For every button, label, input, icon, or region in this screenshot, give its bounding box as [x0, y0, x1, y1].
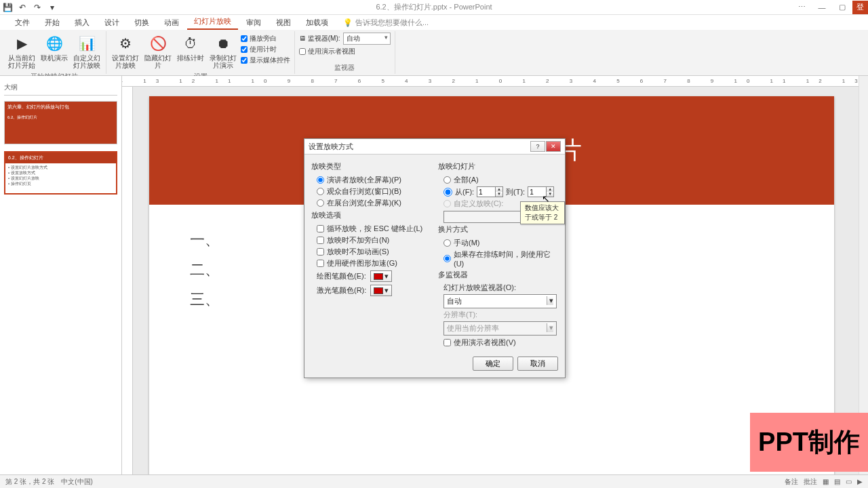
custom-icon: 📊: [77, 34, 96, 53]
tab-view[interactable]: 视图: [269, 16, 298, 30]
signin-button[interactable]: 登: [852, 1, 868, 14]
qat-dropdown-icon[interactable]: ▾: [47, 3, 57, 12]
no-animation-check[interactable]: 放映时不加动画(S): [311, 246, 431, 258]
notes-button[interactable]: 备注: [785, 477, 798, 487]
title-bar: 💾 ↶ ↷ ▾ 6.2、操作幻灯片.pptx - PowerPoint ⋯ — …: [0, 0, 868, 15]
tab-file[interactable]: 文件: [8, 16, 37, 30]
view-sorter-icon[interactable]: ▤: [834, 478, 840, 485]
chevron-down-icon: ▾: [384, 272, 389, 281]
show-type-label: 放映类型: [311, 161, 431, 171]
multi-monitor-label: 多监视器: [438, 270, 558, 280]
tab-transitions[interactable]: 切换: [127, 16, 156, 30]
dialog-titlebar[interactable]: 设置放映方式 ? ✕: [304, 139, 565, 155]
setup-show-dialog: 设置放映方式 ? ✕ 放映类型 演讲者放映(全屏幕)(P) 观众自行浏览(窗口)…: [304, 138, 566, 378]
show-type-presenter[interactable]: 演讲者放映(全屏幕)(P): [311, 174, 431, 186]
ribbon: ▶从当前幻灯片开始 🌐联机演示 📊自定义幻灯片放映 开始放映幻灯片 ⚙设置幻灯片…: [0, 30, 868, 76]
window-buttons: ⋯ — ▢ 登: [791, 1, 868, 14]
hide-icon: 🚫: [149, 34, 167, 53]
play-icon: ▶: [12, 34, 31, 53]
dialog-right-column: 放映幻灯片 全部(A) 从(F): ▲▼ 到(T): ▲▼ 自定义放映(C): …: [438, 160, 558, 348]
tab-home[interactable]: 开始: [38, 16, 66, 30]
show-monitor-label: 幻灯片放映监视器(O):: [438, 283, 558, 293]
ribbon-group-monitors: 🖥 监视器(M):自动 使用演示者视图 监视器: [295, 31, 395, 74]
hide-slide-button[interactable]: 🚫隐藏幻灯片: [143, 33, 173, 70]
dialog-help-button[interactable]: ?: [530, 141, 545, 152]
loop-check[interactable]: 循环放映，按 ESC 键终止(L): [311, 223, 431, 235]
use-presenter-view-check[interactable]: 使用演示者视图(V): [438, 337, 558, 348]
lightbulb-icon: 💡: [343, 18, 353, 27]
watermark: PPT制作: [750, 413, 868, 472]
ok-button[interactable]: 确定: [473, 357, 513, 371]
dialog-title-text: 设置放映方式: [309, 142, 353, 152]
show-slides-label: 放映幻灯片: [438, 161, 558, 171]
redo-icon[interactable]: ↷: [33, 3, 42, 12]
tab-review[interactable]: 审阅: [239, 16, 268, 30]
from-current-button[interactable]: ▶从当前幻灯片开始: [7, 33, 37, 70]
tab-addins[interactable]: 加载项: [299, 16, 335, 30]
present-online-button[interactable]: 🌐联机演示: [39, 33, 69, 63]
ribbon-tabs: 文件 开始 插入 设计 切换 动画 幻灯片放映 审阅 视图 加载项 💡告诉我您想…: [0, 15, 868, 30]
monitor-icon: 🖥: [299, 35, 306, 42]
setup-show-button[interactable]: ⚙设置幻灯片放映: [111, 33, 140, 70]
window-title: 6.2、操作幻灯片.pptx - PowerPoint: [376, 2, 492, 12]
from-spinner[interactable]: ▲▼: [477, 186, 503, 197]
advance-timings-radio[interactable]: 如果存在排练时间，则使用它(U): [438, 249, 558, 268]
ribbon-options-icon[interactable]: ⋯: [791, 1, 812, 14]
clock-icon: ⏱: [181, 34, 200, 53]
laser-color-row: 激光笔颜色(R): ▾: [311, 283, 431, 298]
monitor-combo[interactable]: 自动: [343, 33, 391, 45]
dialog-left-column: 放映类型 演讲者放映(全屏幕)(P) 观众自行浏览(窗口)(B) 在展台浏览(全…: [311, 160, 431, 348]
no-narration-check[interactable]: 放映时不加旁白(N): [311, 235, 431, 246]
advance-label: 换片方式: [438, 224, 558, 235]
comments-button[interactable]: 批注: [804, 477, 817, 487]
view-normal-icon[interactable]: ▦: [823, 478, 829, 485]
language-indicator[interactable]: 中文(中国): [61, 477, 93, 487]
tab-animations[interactable]: 动画: [157, 16, 186, 30]
to-spinner[interactable]: ▲▼: [528, 186, 554, 197]
tab-insert[interactable]: 插入: [68, 16, 96, 30]
outline-tab[interactable]: 大纲: [4, 80, 117, 96]
presenter-view-check[interactable]: 使用演示者视图: [299, 47, 355, 56]
minimize-button[interactable]: —: [812, 1, 832, 14]
dialog-close-button[interactable]: ✕: [546, 141, 561, 152]
chevron-down-icon: ▾: [384, 286, 389, 295]
horizontal-ruler: 16 15 14 13 12 11 10 9 8 7 6 5 4 3 2 1 0…: [122, 76, 868, 87]
rehearse-button[interactable]: ⏱排练计时: [176, 33, 205, 63]
hardware-accel-check[interactable]: 使用硬件图形加速(G): [311, 258, 431, 269]
media-controls-check[interactable]: 显示媒体控件: [241, 56, 290, 65]
vertical-ruler: [122, 87, 133, 474]
from-label: 从(F):: [455, 187, 474, 197]
show-monitor-dropdown[interactable]: 自动: [443, 294, 557, 308]
pen-color-button[interactable]: ▾: [370, 270, 392, 282]
custom-show-button[interactable]: 📊自定义幻灯片放映: [72, 33, 102, 70]
save-icon[interactable]: 💾: [3, 3, 12, 12]
quick-access-toolbar: 💾 ↶ ↷ ▾: [3, 3, 57, 12]
maximize-button[interactable]: ▢: [832, 1, 852, 14]
thumbnail-1[interactable]: 第六章、幻灯片的插放与打包6.2、操作幻灯片: [4, 101, 117, 144]
validation-tooltip: 数值应该大于或等于 2: [520, 201, 565, 224]
show-type-kiosk[interactable]: 在展台浏览(全屏幕)(K): [311, 197, 431, 209]
ribbon-group-setup: ⚙设置幻灯片放映 🚫隐藏幻灯片 ⏱排练计时 ⏺录制幻灯片演示 播放旁白 使用计时…: [106, 31, 295, 74]
advance-manual-radio[interactable]: 手动(M): [438, 237, 558, 249]
ribbon-group-start: ▶从当前幻灯片开始 🌐联机演示 📊自定义幻灯片放映 开始放映幻灯片: [3, 31, 106, 74]
slides-range-radio[interactable]: [443, 188, 452, 197]
undo-icon[interactable]: ↶: [18, 3, 27, 12]
view-reading-icon[interactable]: ▭: [846, 478, 852, 485]
use-timings-check[interactable]: 使用计时: [241, 45, 290, 54]
resolution-label: 分辨率(T):: [438, 310, 558, 320]
thumbnail-2[interactable]: 6.2、操作幻灯片 • 设置幻灯片放映方式 • 设置放映方式 • 设置幻灯片放映…: [4, 151, 117, 195]
slides-all-radio[interactable]: 全部(A): [438, 174, 558, 186]
laser-color-button[interactable]: ▾: [370, 285, 392, 296]
record-icon: ⏺: [214, 34, 233, 53]
show-type-browse[interactable]: 观众自行浏览(窗口)(B): [311, 186, 431, 197]
tab-slideshow[interactable]: 幻灯片放映: [187, 14, 238, 30]
play-narration-check[interactable]: 播放旁白: [241, 34, 290, 43]
record-button[interactable]: ⏺录制幻灯片演示: [208, 33, 238, 70]
slide-count: 第 2 张，共 2 张: [5, 477, 54, 487]
monitor-label: 🖥 监视器(M):: [299, 34, 340, 43]
tell-me[interactable]: 💡告诉我您想要做什么...: [336, 16, 435, 30]
view-slideshow-icon[interactable]: ▶: [857, 478, 863, 485]
pen-color-row: 绘图笔颜色(E): ▾: [311, 269, 431, 283]
tab-design[interactable]: 设计: [98, 16, 126, 30]
cancel-button[interactable]: 取消: [517, 357, 558, 371]
